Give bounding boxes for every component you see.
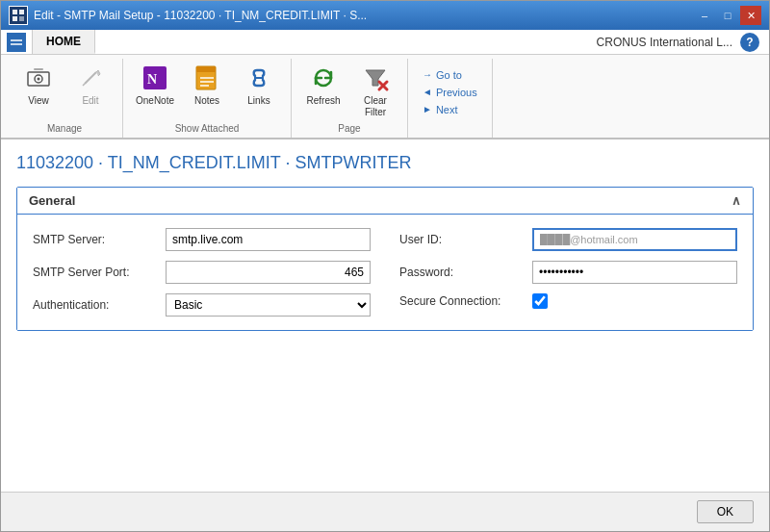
form-grid: SMTP Server: SMTP Server Port: Authentic… — [33, 228, 737, 317]
ribbon-group-manage: View Edit Manage — [7, 59, 123, 138]
smtp-port-input[interactable] — [166, 261, 371, 284]
links-icon — [244, 63, 274, 93]
page-title: 11032200 · TI_NM_CREDIT.LIMIT · SMTPWRIT… — [16, 153, 754, 173]
general-section: General ∧ SMTP Server: SMTP Server Port: — [16, 187, 754, 331]
refresh-buttons: Refresh Clear Filter — [299, 59, 399, 121]
refresh-icon — [308, 63, 339, 93]
view-icon — [23, 63, 54, 93]
main-window: Edit - SMTP Mail Setup - 11032200 · TI_N… — [0, 0, 770, 532]
notes-button[interactable]: Notes — [183, 59, 231, 110]
collapse-icon[interactable]: ∧ — [732, 193, 741, 208]
page-group-label: Page — [299, 123, 399, 134]
window-controls: – □ ✕ — [694, 6, 761, 25]
show-attached-label: Show Attached — [131, 123, 283, 134]
svg-rect-0 — [13, 10, 17, 14]
menu-bar-right: CRONUS International L... ? — [587, 30, 769, 54]
secure-conn-row: Secure Connection: — [399, 293, 737, 309]
svg-text:N: N — [147, 72, 157, 87]
links-label: Links — [247, 95, 270, 107]
svg-rect-9 — [34, 68, 43, 70]
links-button[interactable]: Links — [235, 59, 283, 110]
ribbon: View Edit Manage — [1, 55, 769, 139]
refresh-button[interactable]: Refresh — [299, 59, 347, 110]
smtp-server-input[interactable] — [166, 228, 371, 251]
goto-arrow-icon: → — [423, 69, 432, 80]
ribbon-group-page: → Go to ◄ Previous ► Next — [408, 59, 493, 138]
ok-button[interactable]: OK — [697, 500, 754, 523]
next-label: Next — [436, 104, 458, 115]
svg-point-8 — [38, 78, 40, 81]
manage-group-label: Manage — [14, 123, 115, 134]
goto-button[interactable]: → Go to — [416, 66, 484, 84]
maximize-button[interactable]: □ — [717, 6, 738, 25]
previous-button[interactable]: ◄ Previous — [416, 84, 484, 101]
company-name: CRONUS International L... — [597, 36, 732, 49]
previous-label: Previous — [436, 87, 477, 98]
section-header: General ∧ — [17, 188, 753, 215]
edit-label: Edit — [82, 95, 98, 107]
smtp-port-label: SMTP Server Port: — [33, 266, 158, 279]
svg-rect-15 — [196, 66, 216, 72]
help-button[interactable]: ? — [740, 33, 759, 52]
view-label: View — [28, 95, 49, 107]
title-bar: Edit - SMTP Mail Setup - 11032200 · TI_N… — [1, 1, 769, 30]
password-row: Password: — [399, 261, 737, 284]
next-button[interactable]: ► Next — [416, 101, 484, 118]
svg-rect-2 — [13, 16, 17, 21]
previous-arrow-icon: ◄ — [423, 87, 432, 97]
password-input[interactable] — [532, 261, 737, 284]
user-id-row: User ID: — [399, 228, 737, 251]
svg-rect-1 — [19, 10, 24, 14]
smtp-server-row: SMTP Server: — [33, 228, 371, 251]
onenote-button[interactable]: N OneNote — [131, 59, 179, 110]
edit-icon — [75, 63, 106, 93]
ribbon-group-attached: N OneNote Notes — [123, 59, 292, 138]
page-nav-label — [416, 123, 484, 134]
onenote-icon: N — [140, 63, 170, 93]
notes-label: Notes — [194, 95, 219, 107]
attached-buttons: N OneNote Notes — [131, 59, 283, 121]
notes-icon — [192, 63, 222, 93]
menu-bar: HOME CRONUS International L... ? — [1, 30, 769, 55]
section-body: SMTP Server: SMTP Server Port: Authentic… — [17, 215, 753, 330]
goto-label: Go to — [436, 69, 462, 81]
clear-filter-button[interactable]: Clear Filter — [351, 59, 399, 121]
auth-select[interactable]: Basic Anonymous NTLM OAuth 2.0 — [166, 293, 371, 317]
section-title: General — [29, 193, 75, 208]
onenote-label: OneNote — [136, 95, 174, 107]
clear-filter-icon — [360, 63, 391, 93]
user-id-input[interactable] — [532, 228, 737, 251]
svg-line-10 — [85, 72, 96, 84]
svg-rect-3 — [19, 16, 24, 21]
manage-buttons: View Edit — [14, 59, 115, 121]
view-button[interactable]: View — [14, 59, 63, 110]
clear-filter-label: Clear Filter — [356, 95, 395, 118]
user-id-label: User ID: — [399, 233, 525, 246]
secure-conn-checkbox[interactable] — [532, 293, 548, 309]
footer: OK — [1, 492, 769, 531]
page-buttons: → Go to ◄ Previous ► Next — [416, 59, 484, 121]
window-title: Edit - SMTP Mail Setup - 11032200 · TI_N… — [34, 9, 694, 22]
close-button[interactable]: ✕ — [740, 6, 761, 25]
content-area: 11032200 · TI_NM_CREDIT.LIMIT · SMTPWRIT… — [1, 139, 769, 492]
auth-row: Authentication: Basic Anonymous NTLM OAu… — [33, 293, 371, 317]
svg-line-11 — [83, 84, 85, 86]
app-menu-button[interactable] — [7, 33, 26, 52]
auth-label: Authentication: — [33, 298, 158, 312]
app-logo — [9, 6, 28, 25]
refresh-label: Refresh — [306, 95, 340, 107]
tab-home[interactable]: HOME — [33, 30, 95, 54]
smtp-port-row: SMTP Server Port: — [33, 261, 371, 284]
password-label: Password: — [399, 266, 525, 279]
ribbon-group-refresh: Refresh Clear Filter Page — [292, 59, 408, 138]
minimize-button[interactable]: – — [694, 6, 715, 25]
next-arrow-icon: ► — [423, 104, 432, 114]
secure-conn-label: Secure Connection: — [399, 294, 525, 308]
edit-button[interactable]: Edit — [66, 59, 115, 110]
smtp-server-label: SMTP Server: — [33, 233, 158, 246]
